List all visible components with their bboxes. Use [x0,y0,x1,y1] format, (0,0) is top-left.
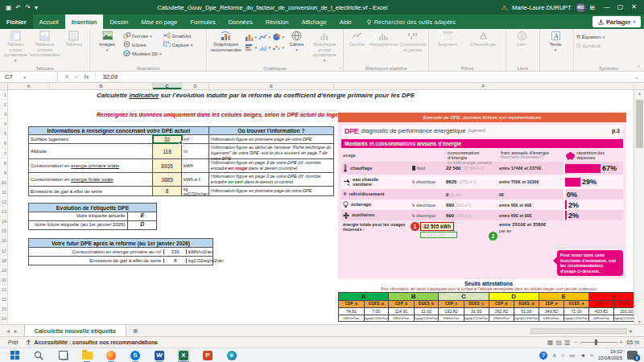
row-header[interactable]: 20 [0,275,7,285]
network-icon[interactable]: ≈ [590,352,593,358]
scroll-down-icon[interactable]: ▾ [634,319,644,324]
insert-function-icon[interactable]: fx [85,73,89,80]
row-header[interactable]: 7 [0,149,7,158]
ribbon-display-options-icon[interactable]: ⊞ [590,4,595,11]
zoom-in-icon[interactable]: + [620,339,623,345]
column-header-a[interactable]: A [8,83,50,89]
clock[interactable]: 19:3222/08/2025 [598,349,622,362]
start-button[interactable] [8,349,21,361]
user-name[interactable]: Marie-Laure DURUPT [512,4,572,11]
customize-quick-access-icon[interactable]: ▾ [35,4,38,11]
cell-conso-ep-value[interactable]: 8935 [153,159,182,172]
horizontal-scrollbar[interactable] [530,328,627,334]
capture-button[interactable]: Capture▾ [163,41,193,48]
collapse-ribbon-icon[interactable]: ⌃ [637,64,641,70]
sparkline-gains-pertes-button[interactable]: Conclusions et pertes [399,31,426,64]
cell-surface-value[interactable]: 32 [153,135,182,143]
smartart-button[interactable]: SmartArt [163,32,193,39]
page-layout-view-icon[interactable]: ▤ [555,339,562,346]
vertical-scrollbar[interactable]: ▴ ▾ [634,90,644,324]
row-header[interactable]: 3 [0,109,7,119]
tab-affichage[interactable]: Affichage [295,14,332,29]
clock-tray-icon[interactable]: ○ [561,352,564,358]
row-header[interactable]: 24 [0,314,7,323]
row-header[interactable]: 18 [0,256,7,265]
tab-dessin[interactable]: Dessin [103,14,134,29]
select-all-corner[interactable] [0,83,8,89]
new-sheet-icon[interactable]: ⊕ [126,325,144,336]
column-header-f[interactable]: F [334,83,634,89]
future-label-cell[interactable]: D [128,221,156,229]
row-header[interactable]: 1 [0,90,7,100]
cell-unit[interactable]: kWh.é.f. [182,173,209,186]
row-header[interactable]: 2 [0,100,7,109]
normal-view-icon[interactable]: ▦ [547,339,554,346]
task-view-button[interactable] [56,349,69,361]
scrollbar-thumb[interactable] [636,100,643,148]
zoom-slider[interactable] [580,342,617,343]
excel-button[interactable]: X [177,349,190,361]
tell-me-search[interactable]: Rechercher des outils adaptés [366,14,456,29]
cell-conso-ef-value[interactable]: 3885 [153,173,182,186]
cell-altitude-value[interactable]: 118 [153,144,182,158]
images-button[interactable]: Images▾ [93,31,122,64]
row-header[interactable]: 10 [0,178,7,187]
tab-revision[interactable]: Révision [259,14,295,29]
tab-insertion[interactable]: Insertion [65,14,104,29]
pivot-table-button[interactable]: Tableau croisé dynamique▾ [2,31,29,64]
prev-sheet-icon[interactable]: ◂ [6,327,10,335]
future-ges-cell[interactable]: 8 [164,258,187,263]
redo-icon[interactable]: ↷ [25,4,31,11]
segment-button[interactable]: Segment [431,31,464,64]
row-header[interactable]: 15 [0,226,7,236]
powerpoint-button[interactable]: P [201,349,214,361]
undo-icon[interactable]: ↶ [16,4,22,11]
equation-button[interactable]: πÉquation▾ [576,34,605,39]
warning-icon[interactable]: ⚠ [502,4,507,11]
close-button[interactable]: ✕ [627,0,641,14]
formula-input[interactable]: 32,09 [96,73,118,80]
row-header[interactable]: 16 [0,236,7,245]
search-button[interactable] [32,349,45,361]
enter-icon[interactable]: ✓ [74,73,79,80]
sheet-tab-active[interactable]: Calculette nouvelle étiquette [24,325,127,336]
row-header[interactable]: 12 [0,197,7,207]
formes-button[interactable]: Formes▾ [123,32,162,39]
cell-unit[interactable]: m² [182,135,209,143]
icones-button[interactable]: Icônes [123,41,162,48]
notification-center-icon[interactable]: 2 [627,351,638,360]
area-chart-button[interactable]: ▾ [258,43,271,52]
minimize-button[interactable]: — [600,0,613,14]
column-header-c[interactable]: C [153,83,182,89]
cartes-button[interactable]: Cartes▾ [287,31,308,64]
tab-mise-en-page[interactable]: Mise en page [134,14,184,29]
cancel-icon[interactable]: ✕ [64,73,69,80]
word-button[interactable]: W [153,349,166,361]
recommended-pivot-button[interactable]: Tableaux croisés recommandés [31,31,60,64]
tray-expand-icon[interactable]: ∧ [552,352,556,359]
row-header[interactable]: 5 [0,129,7,138]
cell-unit[interactable]: kg eqCO2/m²/an [182,187,209,195]
row-header[interactable]: 13 [0,207,7,216]
row-header[interactable]: 8 [0,158,7,168]
row-header[interactable]: 22 [0,294,7,304]
row-header[interactable]: 19 [0,265,7,275]
column-header-d[interactable]: D [182,83,209,89]
expand-formula-bar-icon[interactable]: ⌄ [634,73,644,80]
tab-donnees[interactable]: Données [222,14,259,29]
scroll-up-icon[interactable]: ▴ [634,90,644,96]
next-sheet-icon[interactable]: ▸ [14,327,18,335]
lien-button[interactable]: Lien [509,31,535,64]
sparkline-histogramme-button[interactable]: Histogramme [369,31,398,64]
row-header[interactable]: 9 [0,168,7,178]
row-header[interactable]: 11 [0,187,7,197]
edge-button[interactable]: e [225,349,238,361]
bar-chart-button[interactable]: ▾ [245,43,258,52]
accessibility-status[interactable]: Accessibilité : consultez nos recommanda… [26,339,157,345]
tab-accueil[interactable]: Accueil [33,14,65,29]
speaker-icon[interactable]: ◄ [580,352,585,358]
chronologie-button[interactable]: Chronologie [465,31,501,64]
share-button[interactable]: Partager ▾ [592,16,641,27]
table-button[interactable]: Tableau [61,31,88,64]
zoom-level[interactable]: 65 % [627,339,640,345]
